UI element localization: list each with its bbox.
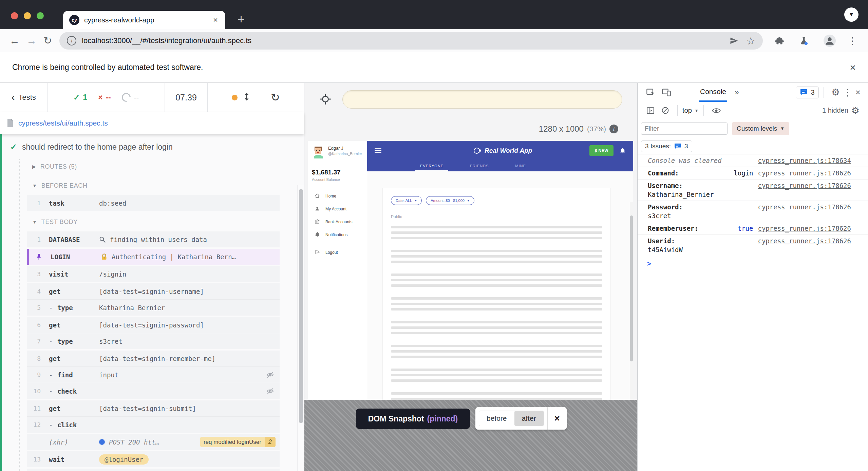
flask-extension-icon[interactable] [799, 36, 809, 45]
command-row[interactable]: 1DATABASEfinding within users data [27, 231, 280, 247]
console-entry[interactable]: Password:cypress_runner.js:178626s3cret [638, 201, 868, 222]
tab-mine[interactable]: MINE [515, 160, 526, 171]
hamburger-menu-icon[interactable] [375, 148, 381, 153]
command-row[interactable]: 6get[data-test=signin-password] [27, 317, 280, 333]
command-row[interactable]: 8get[data-test=signin-remember-me] [27, 351, 280, 366]
reload-icon[interactable]: ↻ [43, 36, 52, 46]
banner-close-icon[interactable]: × [850, 62, 856, 73]
command-row[interactable]: 4get[data-test=signin-username] [27, 283, 280, 299]
new-transaction-button[interactable]: $ NEW [589, 145, 614, 156]
app-nav-bank-accounts[interactable]: Bank Accounts [312, 215, 363, 228]
notifications-bell-icon[interactable] [620, 147, 626, 154]
zoom-window-button[interactable] [37, 12, 44, 19]
back-to-tests-button[interactable]: ‹ Tests [0, 83, 48, 112]
source-location-link[interactable]: cypress_runner.js:178634 [758, 157, 851, 164]
site-info-icon[interactable]: i [67, 36, 76, 45]
devtools-close-icon[interactable]: × [855, 87, 861, 98]
before-each-section-header[interactable]: ▼ BEFORE EACH [0, 176, 304, 195]
back-icon[interactable]: ← [10, 36, 20, 46]
tab-friends[interactable]: FRIENDS [470, 160, 489, 171]
console-entry[interactable]: Userid:cypress_runner.js:178626t45AiwidW [638, 235, 868, 256]
command-row[interactable]: 12- click [27, 416, 280, 433]
address-bar[interactable]: i localhost:3000/__/#/tests/integration/… [59, 32, 763, 50]
live-expression-eye-icon[interactable] [712, 106, 721, 115]
app-scrollbar[interactable] [630, 202, 633, 400]
source-location-link[interactable]: cypress_runner.js:178626 [758, 169, 851, 177]
forward-icon[interactable]: → [26, 36, 37, 46]
tab-everyone[interactable]: EVERYONE [420, 160, 444, 171]
aut-url-field[interactable] [342, 90, 622, 109]
test-body-section-header[interactable]: ▼ TEST BODY [0, 212, 304, 231]
scroll-to-top-icon[interactable] [244, 92, 250, 103]
viewport-info-icon[interactable]: i [609, 125, 618, 133]
console-entry[interactable]: Console was clearedcypress_runner.js:178… [638, 154, 868, 167]
log-levels-dropdown[interactable]: Custom levels▼ [732, 122, 789, 135]
console-tab[interactable]: Console [699, 83, 727, 102]
routes-section-header[interactable]: ▶ ROUTES (5) [0, 157, 304, 176]
clear-console-icon[interactable] [661, 106, 669, 115]
extensions-puzzle-icon[interactable] [775, 36, 784, 45]
message-icon [800, 89, 808, 96]
device-toolbar-icon[interactable] [662, 88, 671, 97]
command-row[interactable]: (xhr)POST 200 htt…req modified loginUser… [27, 434, 280, 450]
command-row-pinned[interactable]: LOGINAuthenticating | Katharina_Bern… [27, 249, 280, 265]
tab-close-icon[interactable]: × [212, 15, 219, 25]
app-nav-my-account[interactable]: My Account [312, 203, 363, 215]
context-selector[interactable]: top▼ [682, 107, 699, 114]
command-log-scrollbar[interactable] [297, 185, 304, 471]
console-entry[interactable]: Username:cypress_runner.js:178626Kathari… [638, 180, 868, 201]
download-indicator-icon[interactable]: ▼ [844, 7, 858, 22]
command-row[interactable]: 3visit/signin [27, 266, 280, 282]
amount-filter-pill[interactable]: Amount: $0 - $1,000▼ [426, 196, 474, 205]
source-location-link[interactable]: cypress_runner.js:178626 [758, 225, 851, 232]
url-text[interactable]: localhost:3000/__/#/tests/integration/ui… [82, 36, 722, 45]
test-title-row[interactable]: ✓ should redirect to the home page after… [0, 139, 304, 155]
command-row[interactable]: 5- typeKatharina_Bernier [27, 299, 280, 316]
rerun-tests-icon[interactable]: ↻ [271, 91, 280, 104]
selector-playground-icon[interactable] [319, 93, 332, 107]
auto-scroll-indicator-icon[interactable] [232, 95, 238, 100]
devtools-settings-icon[interactable]: ⚙ [832, 87, 840, 98]
source-location-link[interactable]: cypress_runner.js:178626 [758, 237, 851, 245]
command-row[interactable]: 9- findinput [27, 366, 280, 383]
console-entry[interactable]: Rememberuser:truecypress_runner.js:17862… [638, 222, 868, 235]
macos-window-controls[interactable] [11, 12, 44, 19]
app-nav-home[interactable]: Home [312, 190, 363, 203]
command-row[interactable]: 13wait@loginUser [27, 451, 280, 467]
minimize-window-button[interactable] [24, 12, 31, 19]
app-scrollbar-thumb[interactable] [630, 215, 633, 361]
scrollbar-thumb[interactable] [299, 189, 303, 423]
command-row[interactable]: (new url)http://localhost:3000/ [27, 469, 280, 471]
command-row[interactable]: 11get[data-test=signin-submit] [27, 400, 280, 416]
browser-tab[interactable]: cy cypress-realworld-app × [63, 11, 225, 29]
app-nav-logout[interactable]: Logout [312, 246, 363, 259]
app-nav-notifications[interactable]: Notifications [312, 228, 363, 241]
more-tabs-icon[interactable]: » [735, 88, 739, 97]
console-entry[interactable]: Command:logincypress_runner.js:178626 [638, 167, 868, 180]
new-tab-button[interactable]: + [238, 12, 245, 26]
console-filter-input[interactable] [641, 123, 728, 135]
snapshot-close-button[interactable]: × [547, 407, 567, 430]
date-filter-pill[interactable]: Date: ALL▼ [391, 196, 422, 205]
console-sidebar-toggle-icon[interactable] [646, 106, 655, 115]
command-row[interactable]: 1taskdb:seed [27, 195, 280, 211]
bookmark-star-icon[interactable]: ☆ [746, 35, 755, 47]
profile-avatar-icon[interactable] [824, 35, 836, 47]
console-prompt[interactable]: > [638, 256, 868, 268]
spec-file-link[interactable]: cypress/tests/ui/auth.spec.ts [18, 119, 108, 127]
snapshot-after-button[interactable]: after [514, 411, 544, 426]
command-row[interactable]: 7- types3cret [27, 333, 280, 349]
command-row[interactable]: 10- check [27, 383, 280, 399]
source-location-link[interactable]: cypress_runner.js:178626 [758, 182, 851, 189]
console-messages-chip[interactable]: 3 [796, 87, 818, 98]
snapshot-before-button[interactable]: before [479, 411, 514, 426]
inspect-element-icon[interactable] [646, 88, 656, 97]
console-settings-icon[interactable]: ⚙ [851, 105, 860, 116]
browser-menu-icon[interactable]: ⋮ [848, 35, 857, 46]
close-window-button[interactable] [11, 12, 18, 19]
issues-counter[interactable]: 3 Issues: 3 [641, 140, 692, 152]
share-icon[interactable] [729, 36, 739, 45]
devtools-menu-icon[interactable]: ⋮ [843, 87, 852, 98]
source-location-link[interactable]: cypress_runner.js:178626 [758, 203, 851, 211]
hidden-messages-count[interactable]: 1 hidden [822, 107, 848, 114]
